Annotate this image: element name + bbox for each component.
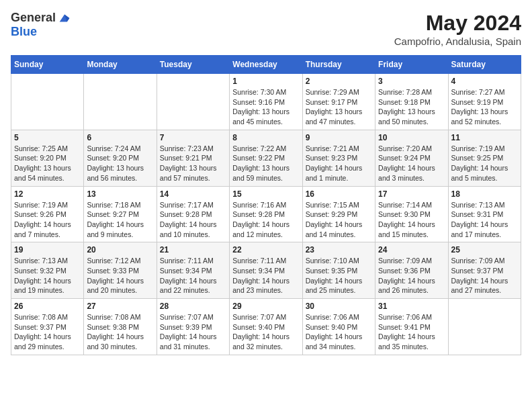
day-number: 24 — [378, 245, 445, 255]
day-number: 29 — [232, 302, 299, 311]
day-info: Sunrise: 7:17 AMSunset: 9:28 PMDaylight:… — [160, 200, 226, 240]
day-number: 20 — [87, 245, 153, 255]
calendar-cell: 30Sunrise: 7:06 AMSunset: 9:40 PMDayligh… — [302, 299, 375, 355]
calendar-cell: 21Sunrise: 7:11 AMSunset: 9:34 PMDayligh… — [157, 242, 229, 299]
calendar-cell: 15Sunrise: 7:16 AMSunset: 9:28 PMDayligh… — [230, 186, 302, 242]
page-header: General Blue May 2024 Campofrio, Andalus… — [11, 11, 521, 47]
day-number: 11 — [451, 133, 518, 142]
day-info: Sunrise: 7:19 AMSunset: 9:25 PMDaylight:… — [451, 144, 518, 183]
calendar-cell: 16Sunrise: 7:15 AMSunset: 9:29 PMDayligh… — [302, 186, 375, 242]
day-number: 8 — [232, 133, 299, 142]
calendar-cell: 29Sunrise: 7:07 AMSunset: 9:40 PMDayligh… — [230, 299, 302, 355]
day-number: 2 — [306, 77, 372, 86]
day-info: Sunrise: 7:11 AMSunset: 9:34 PMDaylight:… — [160, 256, 226, 295]
day-info: Sunrise: 7:18 AMSunset: 9:27 PMDaylight:… — [87, 200, 153, 240]
day-number: 1 — [232, 77, 299, 86]
calendar-cell: 17Sunrise: 7:14 AMSunset: 9:30 PMDayligh… — [375, 186, 448, 242]
day-number: 25 — [451, 245, 518, 255]
day-info: Sunrise: 7:06 AMSunset: 9:40 PMDaylight:… — [306, 312, 372, 352]
day-info: Sunrise: 7:25 AMSunset: 9:20 PMDaylight:… — [14, 144, 81, 183]
calendar-week-row: 12Sunrise: 7:19 AMSunset: 9:26 PMDayligh… — [11, 186, 521, 242]
calendar-cell: 19Sunrise: 7:13 AMSunset: 9:32 PMDayligh… — [11, 242, 84, 299]
day-number: 10 — [378, 133, 445, 142]
logo: General Blue — [11, 11, 72, 39]
calendar-cell: 27Sunrise: 7:08 AMSunset: 9:38 PMDayligh… — [84, 299, 157, 355]
calendar-cell: 6Sunrise: 7:24 AMSunset: 9:20 PMDaylight… — [84, 130, 157, 186]
calendar-cell: 9Sunrise: 7:21 AMSunset: 9:23 PMDaylight… — [302, 130, 375, 186]
day-number: 22 — [232, 245, 299, 255]
calendar-cell: 14Sunrise: 7:17 AMSunset: 9:28 PMDayligh… — [157, 186, 229, 242]
day-number: 18 — [451, 189, 518, 199]
calendar-week-row: 1Sunrise: 7:30 AMSunset: 9:16 PMDaylight… — [11, 74, 521, 130]
calendar-cell: 20Sunrise: 7:12 AMSunset: 9:33 PMDayligh… — [84, 242, 157, 299]
day-number: 6 — [87, 133, 153, 142]
calendar-cell: 31Sunrise: 7:06 AMSunset: 9:41 PMDayligh… — [375, 299, 448, 355]
calendar-cell: 7Sunrise: 7:23 AMSunset: 9:21 PMDaylight… — [157, 130, 229, 186]
day-number: 30 — [306, 302, 372, 311]
weekday-header: Thursday — [302, 56, 375, 74]
day-info: Sunrise: 7:09 AMSunset: 9:36 PMDaylight:… — [378, 256, 445, 295]
day-info: Sunrise: 7:07 AMSunset: 9:40 PMDaylight:… — [232, 312, 299, 352]
day-info: Sunrise: 7:06 AMSunset: 9:41 PMDaylight:… — [378, 312, 445, 352]
day-number: 23 — [306, 245, 372, 255]
calendar-cell: 8Sunrise: 7:22 AMSunset: 9:22 PMDaylight… — [230, 130, 302, 186]
calendar-cell: 5Sunrise: 7:25 AMSunset: 9:20 PMDaylight… — [11, 130, 84, 186]
day-info: Sunrise: 7:13 AMSunset: 9:32 PMDaylight:… — [14, 256, 81, 295]
day-number: 19 — [14, 245, 81, 255]
calendar-week-row: 19Sunrise: 7:13 AMSunset: 9:32 PMDayligh… — [11, 242, 521, 299]
calendar-cell: 13Sunrise: 7:18 AMSunset: 9:27 PMDayligh… — [84, 186, 157, 242]
day-info: Sunrise: 7:11 AMSunset: 9:34 PMDaylight:… — [232, 256, 299, 295]
weekday-header: Wednesday — [230, 56, 302, 74]
day-number: 17 — [378, 189, 445, 199]
calendar-table: SundayMondayTuesdayWednesdayThursdayFrid… — [11, 55, 521, 355]
day-number: 13 — [87, 189, 153, 199]
day-number: 15 — [232, 189, 299, 199]
weekday-header: Monday — [84, 56, 157, 74]
day-info: Sunrise: 7:07 AMSunset: 9:39 PMDaylight:… — [160, 312, 226, 352]
day-number: 28 — [160, 302, 226, 311]
calendar-cell — [157, 74, 229, 130]
day-info: Sunrise: 7:28 AMSunset: 9:18 PMDaylight:… — [378, 87, 445, 127]
calendar-cell: 11Sunrise: 7:19 AMSunset: 9:25 PMDayligh… — [448, 130, 521, 186]
weekday-header: Tuesday — [157, 56, 229, 74]
day-number: 5 — [14, 133, 81, 142]
day-info: Sunrise: 7:27 AMSunset: 9:19 PMDaylight:… — [451, 87, 518, 127]
day-info: Sunrise: 7:08 AMSunset: 9:37 PMDaylight:… — [14, 312, 81, 352]
calendar-cell: 24Sunrise: 7:09 AMSunset: 9:36 PMDayligh… — [375, 242, 448, 299]
day-info: Sunrise: 7:24 AMSunset: 9:20 PMDaylight:… — [87, 144, 153, 183]
day-number: 12 — [14, 189, 81, 199]
day-number: 9 — [306, 133, 372, 142]
day-number: 27 — [87, 302, 153, 311]
calendar-cell — [84, 74, 157, 130]
calendar-header-row: SundayMondayTuesdayWednesdayThursdayFrid… — [11, 56, 521, 74]
logo-blue: Blue — [11, 25, 37, 38]
day-number: 3 — [378, 77, 445, 86]
calendar-cell: 26Sunrise: 7:08 AMSunset: 9:37 PMDayligh… — [11, 299, 84, 355]
calendar-week-row: 26Sunrise: 7:08 AMSunset: 9:37 PMDayligh… — [11, 299, 521, 355]
calendar-cell: 28Sunrise: 7:07 AMSunset: 9:39 PMDayligh… — [157, 299, 229, 355]
calendar-cell: 1Sunrise: 7:30 AMSunset: 9:16 PMDaylight… — [230, 74, 302, 130]
calendar-cell: 10Sunrise: 7:20 AMSunset: 9:24 PMDayligh… — [375, 130, 448, 186]
day-number: 14 — [160, 189, 226, 199]
location: Campofrio, Andalusia, Spain — [394, 36, 521, 47]
calendar-week-row: 5Sunrise: 7:25 AMSunset: 9:20 PMDaylight… — [11, 130, 521, 186]
day-info: Sunrise: 7:12 AMSunset: 9:33 PMDaylight:… — [87, 256, 153, 295]
calendar-cell: 2Sunrise: 7:29 AMSunset: 9:17 PMDaylight… — [302, 74, 375, 130]
calendar-cell — [11, 74, 84, 130]
calendar-cell: 4Sunrise: 7:27 AMSunset: 9:19 PMDaylight… — [448, 74, 521, 130]
day-number: 16 — [306, 189, 372, 199]
day-info: Sunrise: 7:19 AMSunset: 9:26 PMDaylight:… — [14, 200, 81, 240]
calendar-cell — [448, 299, 521, 355]
weekday-header: Sunday — [11, 56, 84, 74]
day-info: Sunrise: 7:10 AMSunset: 9:35 PMDaylight:… — [306, 256, 372, 295]
day-info: Sunrise: 7:21 AMSunset: 9:23 PMDaylight:… — [306, 144, 372, 183]
calendar-cell: 25Sunrise: 7:09 AMSunset: 9:37 PMDayligh… — [448, 242, 521, 299]
weekday-header: Friday — [375, 56, 448, 74]
calendar-cell: 12Sunrise: 7:19 AMSunset: 9:26 PMDayligh… — [11, 186, 84, 242]
day-number: 4 — [451, 77, 518, 86]
day-number: 7 — [160, 133, 226, 142]
day-info: Sunrise: 7:22 AMSunset: 9:22 PMDaylight:… — [232, 144, 299, 183]
logo-icon — [57, 11, 72, 26]
day-info: Sunrise: 7:16 AMSunset: 9:28 PMDaylight:… — [232, 200, 299, 240]
day-number: 31 — [378, 302, 445, 311]
